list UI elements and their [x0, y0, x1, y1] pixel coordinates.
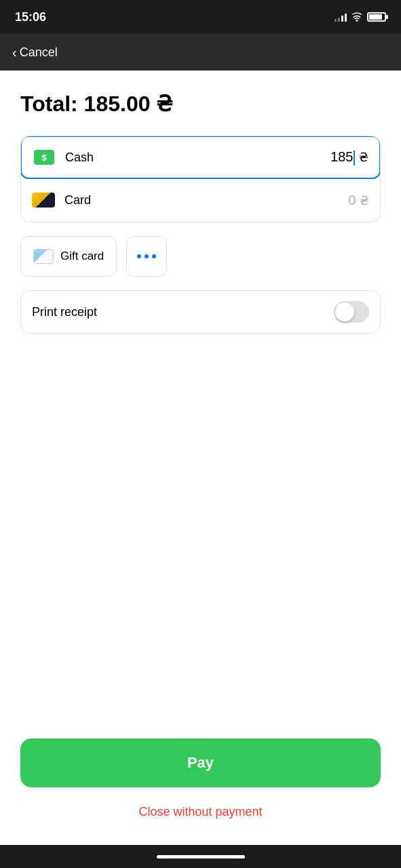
status-icons: [335, 12, 386, 22]
print-receipt-label: Print receipt: [32, 305, 97, 319]
cash-payment-row[interactable]: Cash 185 ₴: [20, 136, 381, 179]
cash-currency: ₴: [359, 151, 368, 164]
home-indicator: [0, 845, 401, 868]
battery-icon: [367, 12, 386, 22]
more-dots-icon: [137, 254, 156, 258]
total-amount: Total: 185.00 ₴: [20, 91, 381, 117]
gift-card-button[interactable]: Gift card: [20, 236, 117, 277]
bottom-section: Pay Close without payment: [0, 738, 401, 845]
home-bar: [157, 855, 245, 859]
cancel-button[interactable]: ‹ Cancel: [12, 45, 58, 60]
toggle-knob: [335, 302, 354, 321]
print-receipt-row: Print receipt: [20, 290, 381, 334]
text-cursor: [354, 151, 355, 165]
status-time: 15:06: [15, 10, 46, 24]
more-button[interactable]: [126, 236, 167, 277]
wifi-icon: [351, 12, 363, 22]
cash-icon: [33, 146, 56, 169]
card-payment-row[interactable]: Card 0 ₴: [21, 178, 380, 222]
card-icon: [32, 189, 55, 212]
cash-amount: 185 ₴: [330, 149, 368, 165]
gift-card-label: Gift card: [60, 250, 104, 263]
payment-options: Cash 185 ₴ Card 0 ₴: [20, 136, 381, 222]
close-without-payment-button[interactable]: Close without payment: [20, 800, 381, 825]
card-amount: 0 ₴: [348, 193, 369, 208]
main-content: Total: 185.00 ₴ Cash 185 ₴ Card 0 ₴: [0, 71, 401, 738]
cancel-label: Cancel: [20, 45, 58, 60]
status-bar: 15:06: [0, 0, 401, 34]
chevron-left-icon: ‹: [12, 45, 17, 59]
nav-bar: ‹ Cancel: [0, 34, 401, 71]
cash-label: Cash: [65, 151, 330, 165]
print-receipt-toggle[interactable]: [334, 301, 369, 323]
card-label: Card: [64, 193, 348, 208]
pay-button[interactable]: Pay: [20, 738, 381, 787]
extra-payments-row: Gift card: [20, 236, 381, 277]
signal-icon: [335, 12, 347, 22]
gift-card-icon: [33, 249, 54, 264]
